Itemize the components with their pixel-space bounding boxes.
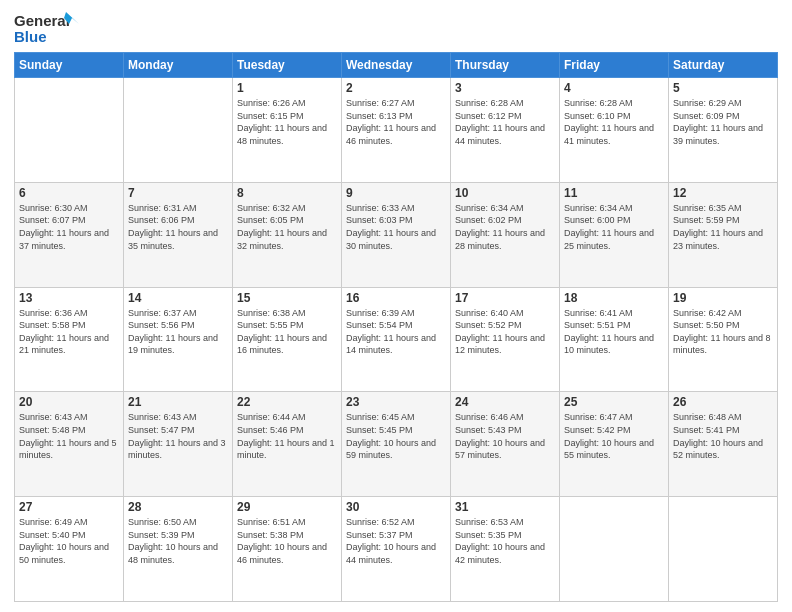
header-wednesday: Wednesday (342, 53, 451, 78)
calendar-cell: 12 Sunrise: 6:35 AMSunset: 5:59 PMDaylig… (669, 182, 778, 287)
calendar-cell: 18 Sunrise: 6:41 AMSunset: 5:51 PMDaylig… (560, 287, 669, 392)
day-number: 12 (673, 186, 773, 200)
page: GeneralBlue SundayMondayTuesdayWednesday… (0, 0, 792, 612)
header-monday: Monday (124, 53, 233, 78)
calendar-cell (669, 497, 778, 602)
calendar-cell (560, 497, 669, 602)
calendar-cell: 4 Sunrise: 6:28 AMSunset: 6:10 PMDayligh… (560, 78, 669, 183)
header-sunday: Sunday (15, 53, 124, 78)
day-number: 7 (128, 186, 228, 200)
week-row-1: 1 Sunrise: 6:26 AMSunset: 6:15 PMDayligh… (15, 78, 778, 183)
day-number: 27 (19, 500, 119, 514)
calendar-cell: 19 Sunrise: 6:42 AMSunset: 5:50 PMDaylig… (669, 287, 778, 392)
day-number: 5 (673, 81, 773, 95)
week-row-5: 27 Sunrise: 6:49 AMSunset: 5:40 PMDaylig… (15, 497, 778, 602)
day-number: 6 (19, 186, 119, 200)
day-number: 8 (237, 186, 337, 200)
calendar-cell: 11 Sunrise: 6:34 AMSunset: 6:00 PMDaylig… (560, 182, 669, 287)
day-number: 23 (346, 395, 446, 409)
day-info: Sunrise: 6:29 AMSunset: 6:09 PMDaylight:… (673, 98, 763, 146)
calendar-cell: 24 Sunrise: 6:46 AMSunset: 5:43 PMDaylig… (451, 392, 560, 497)
calendar-header-row: SundayMondayTuesdayWednesdayThursdayFrid… (15, 53, 778, 78)
day-number: 15 (237, 291, 337, 305)
day-info: Sunrise: 6:48 AMSunset: 5:41 PMDaylight:… (673, 412, 763, 460)
week-row-3: 13 Sunrise: 6:36 AMSunset: 5:58 PMDaylig… (15, 287, 778, 392)
day-number: 1 (237, 81, 337, 95)
calendar-cell: 1 Sunrise: 6:26 AMSunset: 6:15 PMDayligh… (233, 78, 342, 183)
calendar-cell: 6 Sunrise: 6:30 AMSunset: 6:07 PMDayligh… (15, 182, 124, 287)
day-info: Sunrise: 6:35 AMSunset: 5:59 PMDaylight:… (673, 203, 763, 251)
calendar-cell: 10 Sunrise: 6:34 AMSunset: 6:02 PMDaylig… (451, 182, 560, 287)
day-info: Sunrise: 6:53 AMSunset: 5:35 PMDaylight:… (455, 517, 545, 565)
day-info: Sunrise: 6:27 AMSunset: 6:13 PMDaylight:… (346, 98, 436, 146)
calendar-cell: 23 Sunrise: 6:45 AMSunset: 5:45 PMDaylig… (342, 392, 451, 497)
svg-text:General: General (14, 12, 70, 29)
day-info: Sunrise: 6:34 AMSunset: 6:02 PMDaylight:… (455, 203, 545, 251)
day-info: Sunrise: 6:41 AMSunset: 5:51 PMDaylight:… (564, 308, 654, 356)
calendar-cell: 31 Sunrise: 6:53 AMSunset: 5:35 PMDaylig… (451, 497, 560, 602)
calendar-table: SundayMondayTuesdayWednesdayThursdayFrid… (14, 52, 778, 602)
calendar-cell: 25 Sunrise: 6:47 AMSunset: 5:42 PMDaylig… (560, 392, 669, 497)
day-info: Sunrise: 6:49 AMSunset: 5:40 PMDaylight:… (19, 517, 109, 565)
day-number: 22 (237, 395, 337, 409)
calendar-cell: 27 Sunrise: 6:49 AMSunset: 5:40 PMDaylig… (15, 497, 124, 602)
day-info: Sunrise: 6:50 AMSunset: 5:39 PMDaylight:… (128, 517, 218, 565)
calendar-cell: 2 Sunrise: 6:27 AMSunset: 6:13 PMDayligh… (342, 78, 451, 183)
day-number: 13 (19, 291, 119, 305)
logo: GeneralBlue (14, 10, 84, 46)
calendar-cell (124, 78, 233, 183)
day-number: 25 (564, 395, 664, 409)
calendar-cell: 5 Sunrise: 6:29 AMSunset: 6:09 PMDayligh… (669, 78, 778, 183)
day-info: Sunrise: 6:26 AMSunset: 6:15 PMDaylight:… (237, 98, 327, 146)
day-info: Sunrise: 6:39 AMSunset: 5:54 PMDaylight:… (346, 308, 436, 356)
day-info: Sunrise: 6:51 AMSunset: 5:38 PMDaylight:… (237, 517, 327, 565)
day-info: Sunrise: 6:46 AMSunset: 5:43 PMDaylight:… (455, 412, 545, 460)
day-number: 28 (128, 500, 228, 514)
header-friday: Friday (560, 53, 669, 78)
day-info: Sunrise: 6:31 AMSunset: 6:06 PMDaylight:… (128, 203, 218, 251)
week-row-2: 6 Sunrise: 6:30 AMSunset: 6:07 PMDayligh… (15, 182, 778, 287)
day-number: 9 (346, 186, 446, 200)
day-info: Sunrise: 6:47 AMSunset: 5:42 PMDaylight:… (564, 412, 654, 460)
calendar-cell (15, 78, 124, 183)
calendar-cell: 13 Sunrise: 6:36 AMSunset: 5:58 PMDaylig… (15, 287, 124, 392)
day-number: 20 (19, 395, 119, 409)
header: GeneralBlue (14, 10, 778, 46)
day-info: Sunrise: 6:42 AMSunset: 5:50 PMDaylight:… (673, 308, 771, 356)
day-number: 19 (673, 291, 773, 305)
calendar-body: 1 Sunrise: 6:26 AMSunset: 6:15 PMDayligh… (15, 78, 778, 602)
day-info: Sunrise: 6:38 AMSunset: 5:55 PMDaylight:… (237, 308, 327, 356)
calendar-cell: 30 Sunrise: 6:52 AMSunset: 5:37 PMDaylig… (342, 497, 451, 602)
day-number: 10 (455, 186, 555, 200)
day-number: 21 (128, 395, 228, 409)
day-number: 16 (346, 291, 446, 305)
day-info: Sunrise: 6:28 AMSunset: 6:12 PMDaylight:… (455, 98, 545, 146)
day-number: 30 (346, 500, 446, 514)
header-thursday: Thursday (451, 53, 560, 78)
day-info: Sunrise: 6:32 AMSunset: 6:05 PMDaylight:… (237, 203, 327, 251)
calendar-cell: 17 Sunrise: 6:40 AMSunset: 5:52 PMDaylig… (451, 287, 560, 392)
day-info: Sunrise: 6:34 AMSunset: 6:00 PMDaylight:… (564, 203, 654, 251)
calendar-cell: 7 Sunrise: 6:31 AMSunset: 6:06 PMDayligh… (124, 182, 233, 287)
day-number: 24 (455, 395, 555, 409)
calendar-cell: 16 Sunrise: 6:39 AMSunset: 5:54 PMDaylig… (342, 287, 451, 392)
calendar-cell: 14 Sunrise: 6:37 AMSunset: 5:56 PMDaylig… (124, 287, 233, 392)
day-info: Sunrise: 6:43 AMSunset: 5:48 PMDaylight:… (19, 412, 117, 460)
calendar-cell: 20 Sunrise: 6:43 AMSunset: 5:48 PMDaylig… (15, 392, 124, 497)
day-number: 14 (128, 291, 228, 305)
logo-svg: GeneralBlue (14, 10, 84, 46)
day-info: Sunrise: 6:37 AMSunset: 5:56 PMDaylight:… (128, 308, 218, 356)
calendar-cell: 26 Sunrise: 6:48 AMSunset: 5:41 PMDaylig… (669, 392, 778, 497)
day-info: Sunrise: 6:40 AMSunset: 5:52 PMDaylight:… (455, 308, 545, 356)
calendar-cell: 22 Sunrise: 6:44 AMSunset: 5:46 PMDaylig… (233, 392, 342, 497)
calendar-cell: 21 Sunrise: 6:43 AMSunset: 5:47 PMDaylig… (124, 392, 233, 497)
calendar-cell: 3 Sunrise: 6:28 AMSunset: 6:12 PMDayligh… (451, 78, 560, 183)
day-number: 3 (455, 81, 555, 95)
header-saturday: Saturday (669, 53, 778, 78)
calendar-cell: 29 Sunrise: 6:51 AMSunset: 5:38 PMDaylig… (233, 497, 342, 602)
day-number: 2 (346, 81, 446, 95)
day-number: 18 (564, 291, 664, 305)
day-number: 29 (237, 500, 337, 514)
day-number: 26 (673, 395, 773, 409)
header-tuesday: Tuesday (233, 53, 342, 78)
